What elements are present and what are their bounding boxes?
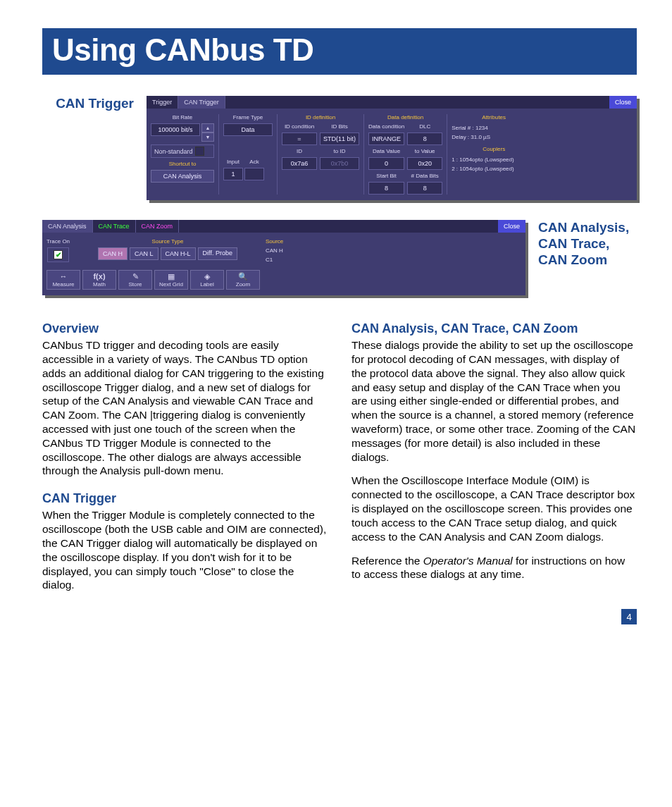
label-button[interactable]: ◈Label — [190, 270, 224, 290]
frametype-label: Frame Type — [223, 114, 273, 121]
tovalue-label: to Value — [407, 148, 442, 154]
datadef-label: Data definition — [387, 114, 423, 121]
can-analysis-shortcut[interactable]: CAN Analysis — [151, 170, 214, 183]
delay-row: Delay : 31.0 µS — [452, 134, 536, 140]
idcond-label: ID condition — [282, 123, 317, 130]
close-button[interactable]: Close — [609, 96, 637, 109]
para-analysis2: When the Oscilloscope Interface Module (… — [351, 474, 637, 543]
measure-button[interactable]: ↔Measure — [46, 270, 80, 290]
source-c1: C1 — [266, 257, 283, 263]
source-canh: CAN H — [266, 247, 283, 254]
bitrate-field[interactable]: 100000 bit/s — [151, 123, 200, 136]
dlc-label: DLC — [407, 123, 442, 130]
databits-label: # Data Bits — [407, 173, 442, 179]
iddef-label: ID definition — [306, 114, 335, 121]
nextgrid-button[interactable]: ▦Next Grid — [154, 270, 188, 290]
ack-field[interactable] — [244, 168, 264, 180]
para-overview: CANbus TD trigger and decoding tools are… — [42, 338, 328, 478]
toid-field[interactable]: 0x7b0 — [320, 157, 359, 170]
para-analysis1: These dialogs provide the ability to set… — [351, 338, 637, 464]
canl-button[interactable]: CAN L — [130, 247, 158, 260]
dlc-field[interactable]: 8 — [407, 133, 442, 145]
measure-icon: ↔ — [60, 273, 68, 281]
can-trigger-panel: Trigger CAN Trigger Close Bit Rate 10000… — [147, 96, 637, 200]
page-title: Using CANbus TD — [42, 28, 637, 75]
couplers-label: Couplers — [452, 146, 536, 152]
tab-can-trace[interactable]: CAN Trace — [93, 220, 136, 233]
ack-label: Ack — [244, 159, 264, 165]
startbit-label: Start Bit — [368, 173, 404, 179]
id-field[interactable]: 0x7a6 — [282, 157, 317, 170]
heading-cantrigger: CAN Trigger — [42, 491, 328, 507]
input-field[interactable]: 1 — [223, 168, 243, 180]
bitrate-up[interactable]: ▲ — [201, 123, 214, 133]
zoom-button[interactable]: 🔍Zoom — [226, 270, 260, 290]
bitrate-label: Bit Rate — [151, 114, 214, 121]
datacond-field[interactable]: INRANGE — [368, 133, 404, 145]
idcond-field[interactable]: = — [282, 133, 317, 145]
close-button-2[interactable]: Close — [498, 220, 525, 233]
frametype-field[interactable]: Data — [223, 123, 273, 136]
nonstandard-label: Non-standard — [154, 148, 193, 155]
math-button[interactable]: f(x)Math — [82, 270, 116, 290]
serial-row: Serial # : 1234 — [452, 125, 536, 131]
coupler2: 2 : 1054opto (Lowspeed) — [452, 166, 536, 172]
dataval-label: Data Value — [368, 148, 404, 154]
source-label: Source — [266, 238, 283, 245]
page-number: 4 — [621, 609, 637, 624]
tab-can-trigger[interactable]: CAN Trigger — [178, 96, 225, 109]
attributes-label: Attributes — [452, 114, 536, 121]
dataval-field[interactable]: 0 — [368, 157, 404, 170]
math-icon: f(x) — [93, 273, 105, 281]
store-icon: ✎ — [132, 273, 139, 281]
coupler1: 1 : 1054opto (Lowspeed) — [452, 156, 536, 163]
srctype-label: Source Type — [152, 238, 184, 245]
idbits-field[interactable]: STD(11 bit) — [320, 133, 359, 145]
diffprobe-button[interactable]: Diff. Probe — [198, 247, 237, 260]
traceon-checkbox[interactable]: ✔ — [54, 250, 63, 259]
label-icon: ◈ — [204, 273, 210, 281]
startbit-field[interactable]: 8 — [368, 182, 404, 195]
can-analysis-panel: CAN Analysis CAN Trace CAN Zoom Close Tr… — [42, 220, 525, 295]
canh-button[interactable]: CAN H — [98, 247, 127, 260]
datacond-label: Data condition — [368, 123, 404, 130]
side-label-can-trigger: CAN Trigger — [42, 96, 134, 111]
shortcut-label: Shortcut to — [151, 161, 214, 167]
traceon-label: Trace On — [46, 238, 70, 245]
bitrate-down[interactable]: ▼ — [201, 133, 214, 142]
toid-label: to ID — [320, 148, 359, 154]
tab-can-analysis[interactable]: CAN Analysis — [42, 220, 93, 233]
canhl-button[interactable]: CAN H-L — [161, 247, 196, 260]
input-label: Input — [223, 159, 243, 165]
tovalue-field[interactable]: 0x20 — [407, 157, 442, 170]
store-button[interactable]: ✎Store — [118, 270, 152, 290]
heading-analysis: CAN Analysis, CAN Trace, CAN Zoom — [351, 321, 637, 337]
idbits-label: ID Bits — [320, 123, 359, 130]
para-analysis3: Reference the Operator's Manual for inst… — [351, 554, 637, 582]
grid-icon: ▦ — [168, 273, 175, 281]
heading-overview: Overview — [42, 321, 328, 337]
side-label-analysis: CAN Analysis, CAN Trace, CAN Zoom — [538, 220, 637, 268]
tab-trigger[interactable]: Trigger — [147, 96, 178, 109]
databits-field[interactable]: 8 — [407, 182, 442, 195]
tab-can-zoom[interactable]: CAN Zoom — [136, 220, 180, 233]
zoom-icon: 🔍 — [238, 273, 248, 281]
id-label: ID — [282, 148, 317, 154]
para-cantrigger: When the Trigger Module is completely co… — [42, 508, 328, 592]
nonstandard-checkbox[interactable] — [195, 147, 204, 156]
